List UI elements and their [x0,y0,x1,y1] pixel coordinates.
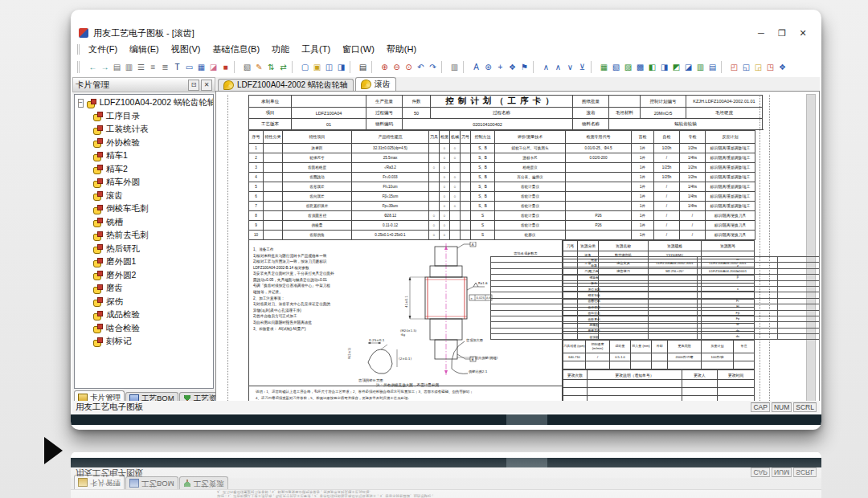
help-icon[interactable]: ❖ [777,62,788,72]
tree-item[interactable]: 精车2 [75,163,213,177]
zoom-in-icon[interactable]: ⊕ [379,62,390,72]
expander-icon[interactable]: − [78,99,84,108]
toolbar-separator[interactable] [463,61,468,73]
toolbar-separator[interactable] [591,61,596,73]
zoom-out-icon[interactable]: ⊖ [391,62,402,72]
properties-icon[interactable]: ▥ [124,62,134,72]
toolbar-separator[interactable] [292,61,297,73]
workspace[interactable]: 承制单位 生产批量 件数 控制计划（工序卡） 图纸批量 控制计划编号 KZJH.… [215,91,820,405]
merge-cells-icon[interactable]: ◧ [647,62,657,72]
play-triangle-icon[interactable] [44,437,63,464]
menu-item[interactable]: 工具(T) [301,43,330,55]
menu-item[interactable]: 文件(F) [88,43,117,55]
align-bottom-icon[interactable]: ≣ [160,62,170,72]
card-list-icon[interactable]: ▤ [112,62,122,72]
menu-item[interactable]: 编辑(E) [129,43,159,55]
tree-item[interactable]: 精车1 [75,149,213,163]
document-tab[interactable]: LDFZ100A04-2002 蜗轮齿轮轴 [218,79,354,91]
dock-icon[interactable]: ⊡ [188,80,199,91]
tree-item[interactable]: 磨外圆2 [75,269,213,283]
table-tool-icon[interactable]: ▦ [196,62,207,72]
table-style-icon[interactable]: ▥ [695,62,706,72]
print-icon[interactable]: ▤ [358,62,368,72]
eraser-icon[interactable]: ◪ [208,62,219,72]
text-tool-icon[interactable]: T [172,62,182,72]
cell-reaction: 标识/隔离/重新调整/返工 [706,173,755,182]
delete-col-icon[interactable]: ▩ [635,62,645,72]
tree-item[interactable]: 探伤 [75,296,213,309]
flag-icon[interactable]: ⚑ [519,62,530,72]
undo-icon[interactable]: ↶ [416,62,426,72]
back-icon[interactable]: ← [88,62,98,72]
split-cells-icon[interactable]: ◨ [659,62,669,72]
duplicate-icon[interactable]: ◱ [741,62,751,72]
table-border-icon[interactable]: ▤ [707,62,718,72]
paste-card-icon[interactable]: ◲ [753,62,764,72]
toolbar-separator[interactable] [371,61,376,73]
redo-icon[interactable]: ↷ [428,62,438,72]
forward-icon[interactable]: → [100,62,110,72]
import-icon[interactable]: ⇅ [266,62,276,72]
menu-item[interactable]: 功能 [272,43,289,55]
insert-col-icon[interactable]: ▧ [611,62,621,72]
save-all-icon[interactable]: ◨ [336,62,346,72]
diamond-icon[interactable]: ❖ [507,62,518,72]
menu-item[interactable]: 窗口(W) [342,43,375,55]
tree-item[interactable]: 工装统计表 [75,123,213,137]
tree-item[interactable]: 磨齿 [75,282,213,296]
toolbar-grip[interactable] [77,61,84,73]
rectangle-tool-icon[interactable]: ▭ [184,62,194,72]
link-icon[interactable]: ◳ [765,62,776,72]
tree-item[interactable]: 滚齿 [75,190,213,203]
close-button[interactable]: ✕ [792,28,813,39]
toolbar-separator[interactable] [350,61,354,73]
toolbar-separator[interactable] [721,61,726,73]
tree-item[interactable]: 热前去毛刺 [75,229,213,243]
row-height-icon[interactable]: ◩ [671,62,682,72]
open-file-icon[interactable]: ▣ [312,62,322,72]
tree-item[interactable]: 精车外圆 [75,176,213,190]
cross-icon[interactable]: + [495,62,506,72]
tree-item[interactable]: 刻标记 [75,335,213,349]
new-file-icon[interactable]: ▢ [300,62,310,72]
vertical-scrollbar[interactable] [806,94,816,402]
export-icon[interactable]: ⇄ [278,62,289,72]
move-up-icon[interactable]: ∧ [541,62,551,72]
restore-button[interactable]: ❐ [772,28,792,39]
tree-item[interactable]: 磨外圆1 [75,255,213,269]
toolbar-separator[interactable] [234,61,239,73]
zoom-fit-icon[interactable]: ⊙ [403,62,414,72]
menu-item[interactable]: 基础信息(B) [212,43,260,55]
minimize-button[interactable]: ─ [751,28,772,38]
move-bottom-icon[interactable]: ⊻ [577,62,588,72]
align-middle-icon[interactable]: ≡ [148,62,158,72]
delete-row-icon[interactable]: ▨ [623,62,633,72]
insert-row-icon[interactable]: ▦ [599,62,609,72]
move-down-icon[interactable]: ∨ [565,62,575,72]
col-width-icon[interactable]: ◪ [683,62,694,72]
font-icon[interactable]: A [471,62,481,72]
align-top-icon[interactable]: ☰ [136,62,146,72]
tree-item[interactable]: 外协检验 [75,137,213,150]
tree-item[interactable]: 铣槽 [75,216,213,230]
toolbar-separator[interactable] [441,61,446,73]
capture-icon[interactable]: ▧ [242,62,252,72]
tree-item[interactable]: 啮合检验 [75,322,213,336]
tree-item[interactable]: 工序目录 [75,110,213,124]
clipboard-icon[interactable]: ▥ [449,62,460,72]
menu-item[interactable]: 视图(V) [171,43,201,55]
toolbar-separator[interactable] [533,61,538,73]
move-top-icon[interactable]: ∧ [553,62,563,72]
tree-item[interactable]: 热后研孔 [75,243,213,256]
tree-item[interactable]: 成品检验 [75,308,213,322]
panel-close-icon[interactable]: ✕ [201,80,212,91]
fill-icon[interactable]: ■ [220,62,231,72]
save-icon[interactable]: ◫ [324,62,334,72]
symbol-icon[interactable]: ⊛ [483,62,493,72]
edit-icon[interactable]: ✎ [254,62,264,72]
menu-item[interactable]: 帮助(H) [387,43,416,55]
document-tab[interactable]: 滚齿 [355,77,396,91]
tree-item[interactable]: − LDFZ100A04-2002 蜗轮齿轮轴 [75,96,213,110]
copy-card-icon[interactable]: ◰ [729,62,739,72]
tree-item[interactable]: 倒棱车毛刺 [75,202,213,216]
